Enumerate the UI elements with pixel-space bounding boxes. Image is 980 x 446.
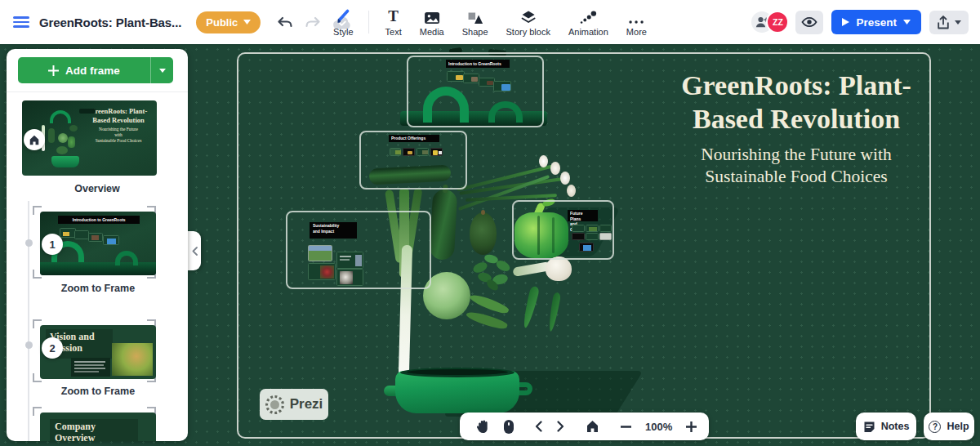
frames-sidebar: Add frame GreenRoots: Plant-Based Revolu… — [7, 49, 188, 441]
redo-icon[interactable] — [305, 16, 321, 29]
visibility-button[interactable]: Public — [196, 11, 261, 33]
undo-icon[interactable] — [277, 16, 293, 29]
mini-card — [336, 252, 363, 269]
mini-card — [390, 148, 401, 156]
notes-button[interactable]: Notes — [856, 413, 916, 440]
prezi-logo-text: Prezi — [290, 396, 323, 413]
sidebar-frame-3-thumbnail[interactable]: Company Overview — [40, 413, 156, 441]
help-button[interactable]: ? Help — [924, 413, 974, 440]
presentation-subtitle: Nourishing the Future withSustainable Fo… — [653, 144, 939, 188]
top-toolbar: GreenRoots: Plant-Bas... Public Style T … — [0, 0, 980, 44]
canvas-frame-product[interactable]: Product Offerings — [359, 131, 467, 190]
overview-thumb-veg — [48, 128, 55, 143]
tool-animation[interactable]: Animation — [559, 4, 617, 40]
style-brush-icon — [335, 8, 351, 25]
tool-story-block[interactable]: Story block — [497, 4, 559, 40]
home-overview-badge[interactable] — [24, 129, 45, 150]
thumb-pot-rim — [40, 262, 156, 275]
prezi-logo-icon — [265, 395, 284, 414]
share-export-button[interactable] — [929, 11, 969, 34]
visibility-label: Public — [206, 16, 238, 29]
topbar-right-group: ZZ Present — [751, 10, 980, 34]
user-avatar[interactable]: ZZ — [766, 11, 789, 33]
minus-icon — [621, 426, 631, 428]
overview-thumb-arch — [50, 110, 71, 123]
plus-icon — [48, 65, 59, 76]
prev-step-button[interactable] — [528, 413, 550, 440]
overview-thumb-veg — [69, 125, 78, 132]
add-frame-button[interactable]: Add frame — [18, 57, 173, 83]
future-frame-titlebar: Future Plans and Growth — [568, 210, 598, 221]
mini-card — [493, 81, 511, 91]
present-button[interactable]: Present — [831, 10, 921, 34]
collaborators[interactable]: ZZ — [751, 11, 787, 33]
tool-style[interactable]: Style — [324, 4, 362, 40]
document-title: GreenRoots: Plant-Bas... — [39, 16, 181, 29]
overview-thumb-veg — [56, 146, 68, 154]
topbar-left-group: GreenRoots: Plant-Bas... Public — [0, 11, 352, 33]
plus-icon — [686, 421, 697, 432]
media-image-icon — [424, 8, 440, 25]
chevron-left-icon — [192, 247, 198, 256]
mini-card — [463, 74, 479, 83]
notes-label: Notes — [881, 421, 910, 432]
frames-timeline — [28, 201, 29, 441]
mini-card — [599, 233, 612, 240]
tool-text[interactable]: T Text — [376, 4, 411, 40]
mouse-icon — [504, 420, 514, 434]
thumb-image-seedling — [112, 343, 153, 376]
frame-1-number[interactable]: 1 — [42, 234, 63, 255]
tool-shape[interactable]: Shape — [453, 4, 497, 40]
overview-label: Overview — [7, 183, 188, 194]
chevron-right-icon — [557, 421, 564, 432]
overview-thumb-title: GreenRoots: Plant-Based Revolution Nouri… — [83, 107, 154, 152]
frame-2-caption[interactable]: Zoom to Frame — [40, 386, 156, 397]
chevron-down-icon — [243, 20, 251, 25]
hand-icon — [475, 419, 489, 434]
text-icon: T — [388, 8, 399, 25]
sidebar-divider — [7, 91, 188, 92]
mini-card — [403, 148, 415, 156]
animation-icon — [579, 8, 597, 25]
thumb-mini-card — [103, 235, 119, 245]
mini-card — [579, 243, 594, 252]
home-icon — [586, 420, 599, 433]
tool-media[interactable]: Media — [411, 4, 453, 40]
thumb-body-text — [71, 358, 110, 377]
tool-more[interactable]: More — [617, 4, 656, 40]
thumb-mini-card — [60, 228, 76, 238]
chevron-down-icon — [159, 69, 166, 73]
intro-frame-titlebar: Introduction to GreenRoots — [446, 60, 510, 68]
insert-toolbar: Style T Text Media Shape Story block Ani… — [324, 4, 656, 40]
notes-icon — [863, 421, 875, 433]
next-step-button[interactable] — [550, 413, 572, 440]
canvas-frame-future[interactable]: Future Plans and Growth — [512, 200, 614, 260]
home-icon — [29, 135, 40, 145]
mini-card — [336, 269, 363, 286]
timeline-dot — [25, 239, 33, 247]
preview-eye-button[interactable] — [795, 11, 823, 34]
workspace: Add frame GreenRoots: Plant-Based Revolu… — [0, 44, 980, 446]
more-ellipsis-icon — [628, 8, 644, 25]
zoom-in-button[interactable] — [679, 413, 704, 440]
sustainability-frame-titlebar: Sustainability and Impact — [310, 222, 357, 239]
select-mouse-tool[interactable] — [497, 413, 521, 440]
pan-hand-tool[interactable] — [468, 413, 497, 440]
menu-icon[interactable] — [13, 16, 29, 28]
zoom-out-button[interactable] — [613, 413, 639, 440]
overview-thumb-subtitle: Nourishing the Future withSustainable Fo… — [95, 127, 142, 144]
frame-2-number[interactable]: 2 — [42, 337, 63, 359]
frame-1-caption[interactable]: Zoom to Frame — [40, 283, 156, 294]
canvas-frame-sustainability[interactable]: Sustainability and Impact — [286, 211, 431, 289]
mini-card — [430, 148, 443, 156]
add-frame-dropdown[interactable] — [150, 57, 173, 83]
canvas-frame-intro[interactable]: Introduction to GreenRoots — [407, 56, 544, 127]
zoom-level[interactable]: 100% — [639, 421, 679, 433]
sidebar-collapse-tab[interactable] — [188, 231, 201, 270]
presentation-title-block[interactable]: GreenRoots: Plant-Based Revolution Nouri… — [653, 69, 939, 188]
chevron-down-icon — [903, 20, 911, 25]
eye-icon — [801, 16, 817, 28]
timeline-dot — [25, 341, 33, 349]
home-view-button[interactable] — [578, 413, 607, 440]
mini-card — [479, 78, 495, 87]
